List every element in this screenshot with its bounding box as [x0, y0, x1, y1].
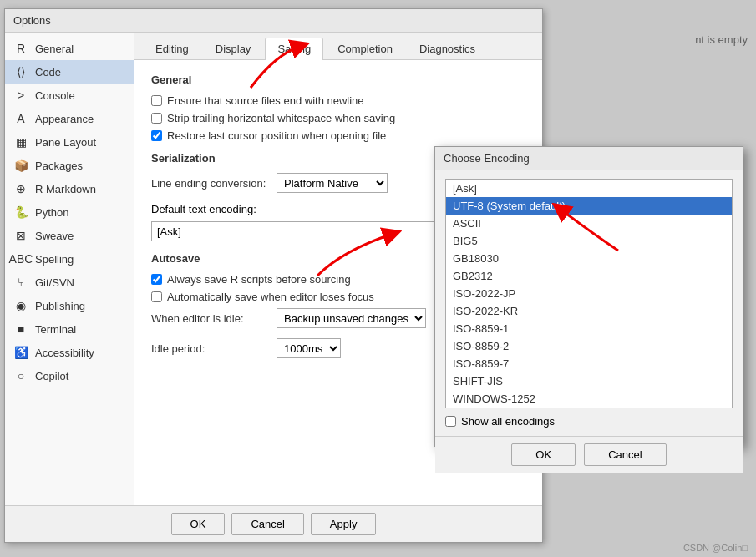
- sidebar-icon-appearance: A: [13, 111, 28, 126]
- dialog-footer: OK Cancel Apply: [5, 505, 542, 542]
- sidebar-icon-spelling: ABC: [13, 251, 28, 266]
- checkbox-trailing[interactable]: [151, 113, 162, 124]
- checkbox-cursor-row: Restore last cursor position when openin…: [151, 129, 525, 142]
- general-section-title: General: [151, 73, 525, 86]
- encoding-input[interactable]: [151, 221, 445, 241]
- sidebar-label-copilot: Copilot: [35, 370, 68, 382]
- checkbox-always-save[interactable]: [151, 274, 162, 285]
- checkbox-trailing-row: Strip trailing horizontal whitespace whe…: [151, 112, 525, 124]
- checkbox-auto-save[interactable]: [151, 291, 162, 302]
- encoding-item[interactable]: BIG5: [446, 232, 732, 250]
- sidebar-item-spelling[interactable]: ABC Spelling: [5, 247, 134, 271]
- sidebar-icon-terminal: ■: [13, 322, 28, 337]
- sidebar-icon-packages: 📦: [13, 158, 28, 173]
- sidebar-item-code[interactable]: ⟨⟩ Code: [5, 60, 134, 84]
- encoding-titlebar: Choose Encoding: [435, 147, 743, 170]
- encoding-item[interactable]: [Ask]: [446, 180, 732, 197]
- dialog-titlebar: Options: [5, 9, 542, 33]
- encoding-item[interactable]: GB18030: [446, 250, 732, 267]
- sidebar-label-code: Code: [35, 66, 61, 78]
- sidebar-item-publishing[interactable]: ◉ Publishing: [5, 294, 134, 317]
- encoding-item[interactable]: WINDOWS-1252: [446, 390, 732, 408]
- checkbox-newline-label: Ensure that source files end with newlin…: [167, 94, 364, 107]
- encoding-cancel-button[interactable]: Cancel: [584, 443, 666, 466]
- sidebar-item-packages[interactable]: 📦 Packages: [5, 154, 134, 177]
- sidebar-item-console[interactable]: > Console: [5, 84, 134, 107]
- sidebar-label-publishing: Publishing: [35, 300, 85, 312]
- sidebar-label-packages: Packages: [35, 160, 83, 172]
- tab-saving[interactable]: Saving: [265, 38, 323, 60]
- idle-label: When editor is idle:: [151, 312, 268, 325]
- sidebar-item-python[interactable]: 🐍 Python: [5, 200, 134, 224]
- sidebar-item-appearance[interactable]: A Appearance: [5, 107, 134, 130]
- encoding-item[interactable]: SHIFT-JIS: [446, 372, 732, 390]
- encoding-item[interactable]: UTF-8 (System default): [446, 197, 732, 215]
- sidebar: R General ⟨⟩ Code > Console A Appearance…: [5, 33, 134, 505]
- sidebar-item-pane-layout[interactable]: ▦ Pane Layout: [5, 130, 134, 154]
- sidebar-icon-publishing: ◉: [13, 298, 28, 313]
- sidebar-icon-r-markdown: ⊕: [13, 181, 28, 196]
- encoding-list[interactable]: [Ask]UTF-8 (System default)ASCIIBIG5GB18…: [445, 179, 733, 408]
- ok-button[interactable]: OK: [171, 513, 226, 535]
- sidebar-label-python: Python: [35, 206, 68, 219]
- sidebar-label-spelling: Spelling: [35, 253, 74, 266]
- tab-display[interactable]: Display: [203, 38, 264, 59]
- encoding-item[interactable]: GB2312: [446, 267, 732, 285]
- checkbox-trailing-label: Strip trailing horizontal whitespace whe…: [167, 112, 395, 124]
- tab-editing[interactable]: Editing: [143, 38, 201, 59]
- checkbox-cursor[interactable]: [151, 130, 162, 141]
- sidebar-item-accessibility[interactable]: ♿ Accessibility: [5, 341, 134, 364]
- encoding-item[interactable]: ISO-8859-2: [446, 337, 732, 355]
- checkbox-auto-save-label: Automatically save when editor loses foc…: [167, 291, 374, 303]
- sidebar-icon-pane-layout: ▦: [13, 134, 28, 149]
- checkbox-cursor-label: Restore last cursor position when openin…: [167, 129, 386, 142]
- checkbox-always-save-label: Always save R scripts before sourcing: [167, 273, 351, 286]
- sidebar-item-sweave[interactable]: ⊠ Sweave: [5, 224, 134, 247]
- encoding-footer: OK Cancel: [435, 436, 743, 473]
- sidebar-item-git-svn[interactable]: ⑂ Git/SVN: [5, 271, 134, 294]
- idle-period-select[interactable]: 500ms 1000ms 2000ms 5000ms: [277, 338, 341, 358]
- sidebar-item-general[interactable]: R General: [5, 37, 134, 60]
- encoding-title: Choose Encoding: [444, 152, 530, 165]
- sidebar-label-console: Console: [35, 89, 75, 102]
- sidebar-icon-code: ⟨⟩: [13, 64, 28, 79]
- sidebar-label-git-svn: Git/SVN: [35, 276, 74, 289]
- sidebar-item-r-markdown[interactable]: ⊕ R Markdown: [5, 177, 134, 200]
- sidebar-label-sweave: Sweave: [35, 230, 74, 242]
- show-all-checkbox[interactable]: [445, 416, 456, 427]
- sidebar-item-copilot[interactable]: ○ Copilot: [5, 364, 134, 387]
- encoding-item[interactable]: ISO-8859-7: [446, 355, 732, 372]
- cancel-button[interactable]: Cancel: [231, 513, 303, 535]
- dialog-title: Options: [13, 14, 51, 27]
- sidebar-label-general: General: [35, 43, 74, 55]
- sidebar-label-accessibility: Accessibility: [35, 347, 94, 359]
- tab-diagnostics[interactable]: Diagnostics: [407, 38, 488, 59]
- sidebar-label-appearance: Appearance: [35, 113, 94, 125]
- line-ending-select[interactable]: Platform Native Windows (CR/LF) Posix (L…: [277, 173, 388, 193]
- encoding-ok-button[interactable]: OK: [511, 443, 576, 466]
- idle-period-label: Idle period:: [151, 342, 268, 355]
- sidebar-label-r-markdown: R Markdown: [35, 183, 96, 195]
- encoding-dialog: Choose Encoding [Ask]UTF-8 (System defau…: [434, 146, 743, 447]
- encoding-body: [Ask]UTF-8 (System default)ASCIIBIG5GB18…: [435, 170, 743, 436]
- encoding-item[interactable]: ASCII: [446, 215, 732, 232]
- checkbox-newline[interactable]: [151, 95, 162, 106]
- idle-select[interactable]: Backup unsaved changes Save all files No…: [277, 308, 426, 328]
- sidebar-icon-general: R: [13, 41, 28, 56]
- line-ending-label: Line ending conversion:: [151, 177, 268, 190]
- sidebar-icon-copilot: ○: [13, 368, 28, 383]
- sidebar-icon-accessibility: ♿: [13, 345, 28, 360]
- checkbox-newline-row: Ensure that source files end with newlin…: [151, 94, 525, 107]
- sidebar-item-terminal[interactable]: ■ Terminal: [5, 317, 134, 341]
- sidebar-icon-git-svn: ⑂: [13, 275, 28, 290]
- sidebar-icon-sweave: ⊠: [13, 228, 28, 243]
- show-all-row: Show all encodings: [445, 415, 733, 428]
- sidebar-label-terminal: Terminal: [35, 323, 76, 336]
- sidebar-icon-python: 🐍: [13, 205, 28, 220]
- apply-button[interactable]: Apply: [311, 513, 377, 535]
- encoding-item[interactable]: ISO-8859-1: [446, 320, 732, 337]
- encoding-item[interactable]: ISO-2022-KR: [446, 302, 732, 320]
- encoding-item[interactable]: ISO-2022-JP: [446, 285, 732, 302]
- tab-completion[interactable]: Completion: [325, 38, 405, 59]
- tabs-bar: EditingDisplaySavingCompletionDiagnostic…: [134, 33, 542, 60]
